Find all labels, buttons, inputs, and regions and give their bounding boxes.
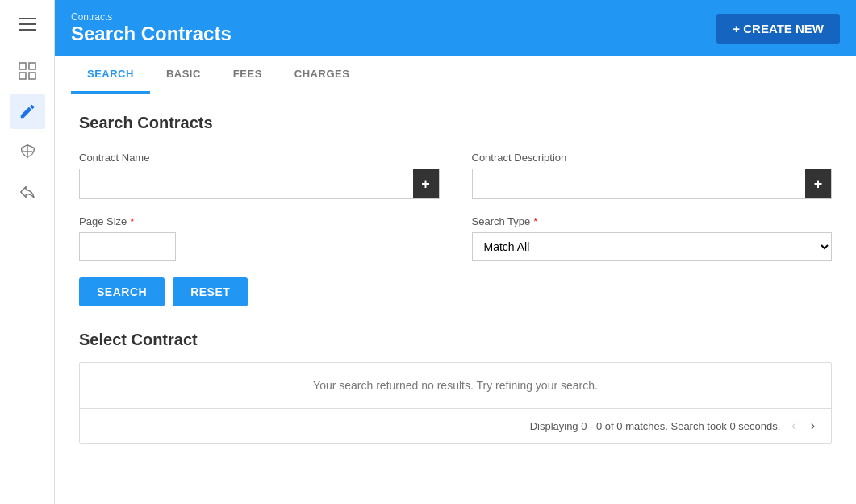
sidebar-icon-scales[interactable] [10,134,45,169]
tab-charges[interactable]: CHARGES [278,56,366,94]
results-footer-text: Displaying 0 - 0 of 0 matches. Search to… [530,420,781,432]
contract-name-input[interactable] [80,169,413,198]
results-footer: Displaying 0 - 0 of 0 matches. Search to… [80,409,831,443]
contract-name-input-wrapper: + [79,169,440,199]
form-grid: Contract Name + Contract Description + P… [79,152,832,261]
page-size-required: * [130,215,134,227]
breadcrumb: Contracts [71,11,232,23]
tabs-bar: SEARCH BASIC FEES CHARGES [55,56,856,94]
svg-rect-2 [19,73,26,79]
contract-name-plus-button[interactable]: + [413,169,439,198]
form-buttons: SEARCH RESET [79,277,832,306]
search-type-group: Search Type* Match All Match Any [472,215,833,261]
pencil-icon [19,102,36,120]
contract-name-group: Contract Name + [79,152,440,199]
form-section-title: Search Contracts [79,114,832,132]
main-content: Contracts Search Contracts + CREATE NEW … [55,0,856,504]
hamburger-menu[interactable] [11,8,44,40]
search-button[interactable]: SEARCH [79,277,165,306]
content-area: Search Contracts Contract Name + Contrac… [55,94,856,504]
svg-rect-3 [29,73,35,79]
exit-icon [19,183,36,201]
tab-search[interactable]: SEARCH [71,56,150,94]
svg-rect-0 [19,63,26,69]
page-size-input[interactable]: 50 [79,232,176,261]
page-title: Search Contracts [71,23,232,45]
page-size-label: Page Size* [79,215,440,227]
contract-name-label: Contract Name [79,152,440,164]
sidebar-icon-pencil[interactable] [10,94,45,129]
sidebar [0,0,55,504]
no-results-message: Your search returned no results. Try ref… [80,363,831,409]
sidebar-icon-exit[interactable] [10,174,45,210]
grid-icon [19,62,36,80]
results-section-title: Select Contract [79,331,832,349]
search-type-label: Search Type* [472,215,833,227]
page-size-group: Page Size* 50 [79,215,440,261]
tab-fees[interactable]: FEES [217,56,278,94]
results-box: Your search returned no results. Try ref… [79,362,832,444]
contract-description-input[interactable] [473,169,806,198]
search-type-select[interactable]: Match All Match Any [472,232,833,261]
svg-rect-1 [29,63,35,69]
create-new-button[interactable]: + CREATE NEW [716,14,840,44]
contract-description-input-wrapper: + [472,169,833,199]
sidebar-icon-grid[interactable] [10,53,45,89]
contract-description-label: Contract Description [472,152,833,164]
header-title-block: Contracts Search Contracts [71,11,232,45]
pagination-next-button[interactable]: › [808,417,818,435]
header: Contracts Search Contracts + CREATE NEW [55,0,856,56]
tab-basic[interactable]: BASIC [150,56,217,94]
scales-icon [19,143,36,160]
search-type-select-wrapper: Match All Match Any [472,232,833,261]
reset-button[interactable]: RESET [173,277,248,306]
contract-description-group: Contract Description + [472,152,833,199]
pagination-prev-button[interactable]: ‹ [788,417,799,435]
contract-description-plus-button[interactable]: + [805,169,831,198]
search-type-required: * [533,215,537,227]
